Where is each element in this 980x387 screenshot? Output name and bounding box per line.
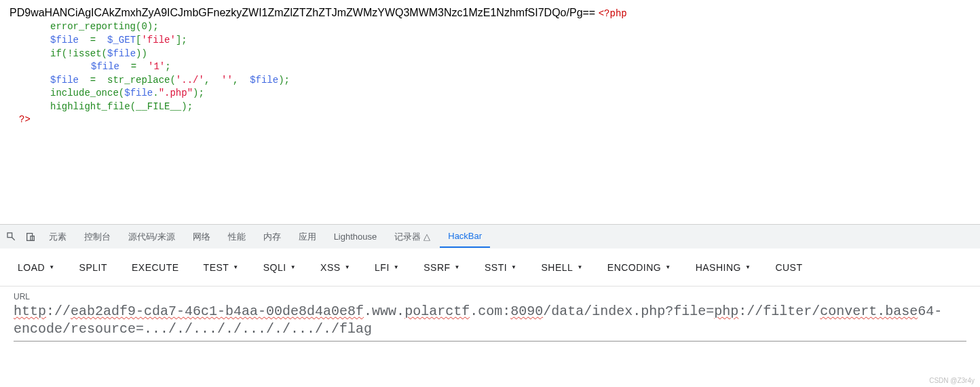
shell-button[interactable]: SHELL▼ xyxy=(538,257,587,278)
chevron-down-icon: ▼ xyxy=(665,264,671,270)
svg-rect-0 xyxy=(7,233,12,238)
url-label: URL xyxy=(14,292,966,301)
device-toolbar-icon[interactable] xyxy=(24,231,37,243)
inspect-icon[interactable] xyxy=(5,231,18,243)
php-close-tag: ?> xyxy=(19,114,970,125)
code-line-1: $file = $_GET['file']; xyxy=(50,34,970,48)
load-button[interactable]: LOAD▼ xyxy=(14,257,59,278)
response-text: PD9waHANCiAgICAkZmxhZyA9ICJmbGFnezkyZWI1… xyxy=(10,5,970,20)
chevron-down-icon: ▼ xyxy=(233,264,238,270)
base64-output: PD9waHANCiAgICAkZmxhZyA9ICJmbGFnezkyZWI1… xyxy=(10,7,595,18)
test-button[interactable]: TEST▼ xyxy=(200,257,243,278)
chevron-down-icon: ▼ xyxy=(745,264,751,270)
chevron-down-icon: ▼ xyxy=(394,264,399,270)
xss-button[interactable]: XSS▼ xyxy=(316,257,354,278)
tab-application[interactable]: 应用 xyxy=(290,225,324,248)
chevron-down-icon: ▼ xyxy=(577,264,582,270)
page-content: PD9waHANCiAgICAkZmxhZyA9ICJmbGFnezkyZWI1… xyxy=(0,0,980,224)
url-input[interactable]: http://eab2adf9-cda7-46c1-b4aa-00de8d4a0… xyxy=(14,303,966,342)
watermark: CSDN @Z3r4y xyxy=(929,377,975,384)
tab-performance[interactable]: 性能 xyxy=(220,225,254,248)
url-section: URL http://eab2adf9-cda7-46c1-b4aa-00de8… xyxy=(0,287,980,344)
hashing-button[interactable]: HASHING▼ xyxy=(692,257,755,278)
code-line-4: $file = str_replace('../', '', $file); xyxy=(50,74,970,88)
code-line-0: error_reporting(0); xyxy=(50,20,970,34)
php-code-block: error_reporting(0); $file = $_GET['file'… xyxy=(50,20,970,113)
chevron-down-icon: ▼ xyxy=(455,264,460,270)
tab-recorder[interactable]: 记录器△ xyxy=(386,225,438,248)
php-open-tag: <?php xyxy=(599,8,627,19)
ssti-button[interactable]: SSTI▼ xyxy=(480,257,521,278)
chevron-down-icon: ▼ xyxy=(290,264,296,270)
recorder-badge-icon: △ xyxy=(423,232,430,242)
ssrf-button[interactable]: SSRF▼ xyxy=(419,257,464,278)
svg-rect-1 xyxy=(27,233,33,240)
chevron-down-icon: ▼ xyxy=(49,264,54,270)
chevron-down-icon: ▼ xyxy=(345,264,350,270)
code-line-2: if(!isset($file)) xyxy=(50,48,970,61)
tab-sources[interactable]: 源代码/来源 xyxy=(120,225,183,248)
sqli-button[interactable]: SQLI▼ xyxy=(259,257,300,278)
url-text-content: http://eab2adf9-cda7-46c1-b4aa-00de8d4a0… xyxy=(14,303,966,338)
hackbar-toolbar: LOAD▼ SPLIT EXECUTE TEST▼ SQLI▼ XSS▼ LFI… xyxy=(0,248,980,287)
devtools-tab-bar: 元素 控制台 源代码/来源 网络 性能 内存 应用 Lighthouse 记录器… xyxy=(0,224,980,248)
chevron-down-icon: ▼ xyxy=(511,264,516,270)
code-line-6: highlight_file(__FILE__); xyxy=(50,100,970,114)
tab-network[interactable]: 网络 xyxy=(185,225,219,248)
code-line-5: include_once($file.".php"); xyxy=(50,87,970,100)
cust-button[interactable]: CUST xyxy=(771,257,806,278)
tab-elements[interactable]: 元素 xyxy=(41,225,75,248)
tab-console[interactable]: 控制台 xyxy=(76,225,119,248)
lfi-button[interactable]: LFI▼ xyxy=(371,257,403,278)
tab-memory[interactable]: 内存 xyxy=(255,225,289,248)
encoding-button[interactable]: ENCODING▼ xyxy=(603,257,675,278)
tab-hackbar[interactable]: HackBar xyxy=(440,225,490,248)
execute-button[interactable]: EXECUTE xyxy=(128,257,183,278)
split-button[interactable]: SPLIT xyxy=(75,257,111,278)
tab-lighthouse[interactable]: Lighthouse xyxy=(326,226,385,247)
code-line-3: $file = '1'; xyxy=(91,60,970,74)
